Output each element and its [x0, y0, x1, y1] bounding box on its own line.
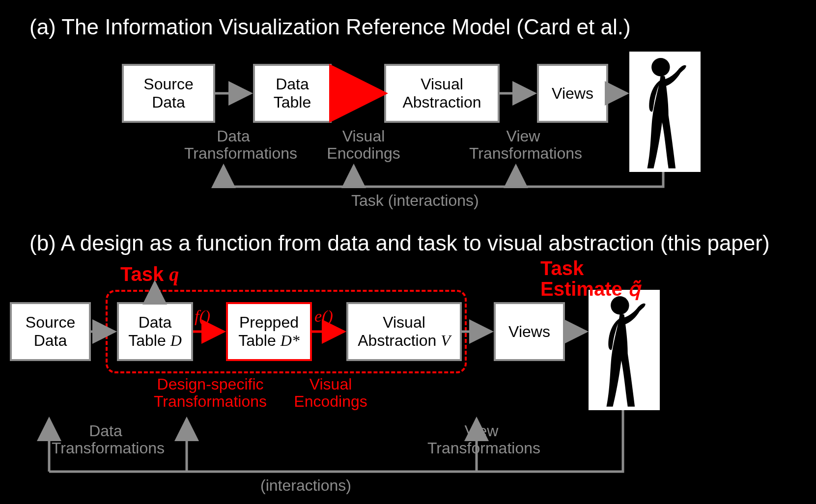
label-views-bottom: Views	[508, 323, 550, 341]
box-prepped-table: PreppedTable D*	[226, 302, 312, 361]
box-visual-abstraction-bottom: VisualAbstraction V	[346, 302, 462, 361]
label-table-bottom: DataTable D	[128, 313, 182, 350]
box-source-data-top: SourceData	[122, 64, 215, 123]
label-source-bottom: SourceData	[26, 313, 75, 350]
label-f: f()	[195, 307, 210, 326]
label-abstraction-bottom: VisualAbstraction V	[358, 313, 450, 350]
label-view-trans-bottom: ViewTransformations	[427, 422, 535, 457]
label-table-top: DataTable	[274, 75, 311, 112]
label-design-trans: Design-specificTransformations	[141, 376, 279, 410]
box-source-data-bottom: SourceData	[10, 302, 91, 361]
human-bottom	[589, 290, 660, 410]
label-data-trans-bottom: DataTransformations	[52, 422, 160, 457]
label-feedback-top: Task (interactions)	[351, 192, 479, 210]
label-task-estimate: TaskEstimate q̃	[540, 258, 688, 300]
label-prepped: PreppedTable D*	[238, 313, 300, 350]
label-data-trans-top: DataTransformations	[184, 128, 282, 162]
box-visual-abstraction-top: VisualAbstraction	[384, 64, 500, 123]
label-visual-enc-bottom: VisualEncodings	[286, 376, 375, 410]
human-top	[629, 52, 701, 172]
label-views-top: Views	[552, 84, 593, 103]
label-abstraction-top: VisualAbstraction	[402, 75, 481, 112]
label-task-q: Task q	[120, 263, 179, 286]
title-a: (a) The Information Visualization Refere…	[29, 15, 631, 39]
label-feedback-bottom: (interactions)	[260, 476, 351, 495]
title-b: (b) A design as a function from data and…	[29, 231, 770, 255]
box-views-top: Views	[537, 64, 608, 123]
label-view-trans-top: ViewTransformations	[469, 128, 577, 162]
svg-point-0	[651, 58, 670, 76]
label-e: e()	[314, 307, 333, 326]
box-data-table-bottom: DataTable D	[117, 302, 193, 361]
box-data-table-top: DataTable	[253, 64, 332, 123]
label-visual-enc-top: VisualEncodings	[319, 128, 408, 162]
diagram-canvas: (a) The Information Visualization Refere…	[0, 0, 816, 504]
box-views-bottom: Views	[494, 302, 565, 361]
label-source-top: SourceData	[143, 75, 193, 112]
